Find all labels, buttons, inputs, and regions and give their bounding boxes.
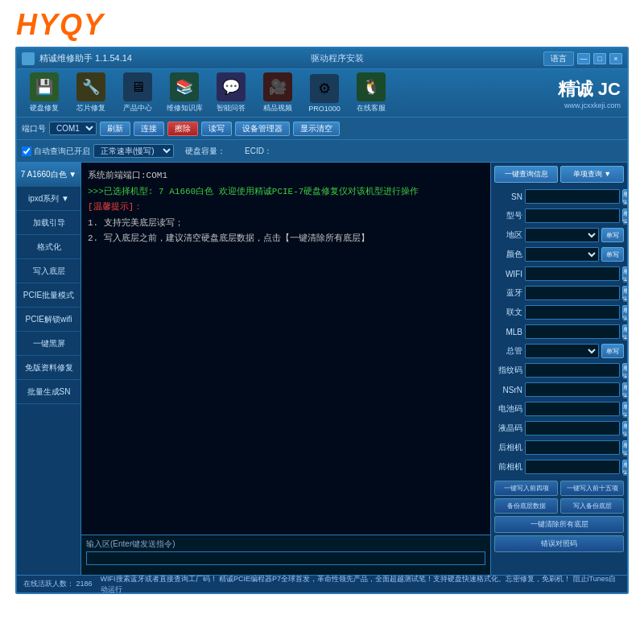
clear-all-layers-btn[interactable]: 一键清除所有底层 [494,516,624,533]
sidebar-item-ipxd[interactable]: ipxd系列 ▼ [17,187,80,211]
bottom-row-4: 错误对照码 [494,535,624,552]
lcd-input[interactable] [525,421,620,436]
front-camera-write-btn[interactable]: 单写 [622,460,627,474]
wifi-input[interactable] [525,266,620,281]
rear-camera-write-btn[interactable]: 单写 [622,440,627,455]
nsrn-write-btn[interactable]: 单写 [622,382,627,397]
lang-button[interactable]: 语言 [543,52,574,66]
rear-camera-row: 后相机 单写 [494,439,624,456]
model-write-btn[interactable]: 单写 [622,208,627,223]
tool-chip-repair[interactable]: 🔧 芯片修复 [70,72,112,114]
device-manager-button[interactable]: 设备管理器 [235,122,290,136]
write-backup-btn[interactable]: 写入备份底层 [560,498,624,514]
console-input-label: 输入区(Enter键发送指令) [86,539,485,550]
sn-input[interactable] [525,189,620,204]
region-select[interactable] [525,228,599,242]
service-icon: 🐧 [357,72,386,101]
tool-video-label: 精品视频 [263,103,292,114]
nsrn-input[interactable] [525,382,620,397]
sidebar-item-gen-sn[interactable]: 批量生成SN [17,380,80,404]
mlb-write-btn[interactable]: 单写 [622,324,627,339]
tool-pro[interactable]: ⚙ PRO1000 [303,74,345,113]
bottom-row-2: 备份底层数据 写入备份底层 [494,498,624,514]
close-button[interactable]: × [609,53,622,64]
error-compare-btn[interactable]: 错误对照码 [494,535,624,552]
sidebar-item-load-boot[interactable]: 加载引导 [17,211,80,235]
sidebar-item-repair[interactable]: 免版资料修复 [17,356,80,380]
tool-product[interactable]: 🖥 产品中心 [117,72,159,114]
color-write-btn[interactable]: 单写 [601,247,624,262]
disk-repair-icon: 💾 [30,72,59,101]
refresh-button[interactable]: 刷新 [100,122,130,136]
region-write-btn[interactable]: 单写 [601,228,624,242]
single-query-button[interactable]: 单项查询 ▼ [560,166,624,183]
tool-ai[interactable]: 💬 智能问答 [210,72,252,114]
display-clear-button[interactable]: 显示清空 [293,122,340,136]
sidebar-item-write-layer[interactable]: 写入底层 [17,259,80,283]
bluetooth-write-btn[interactable]: 单写 [622,286,627,300]
write-first-fifteen-btn[interactable]: 一键写入前十五项 [560,481,624,496]
app-title: 精诚维修助手 1.1.54.14 [39,52,132,64]
backup-layer-btn[interactable]: 备份底层数据 [494,498,558,514]
sidebar-item-blackscreen[interactable]: 一键黑屏 [17,332,80,356]
speed-select[interactable]: 正常速率(慢写) [93,144,174,158]
auto-query-checkbox[interactable] [22,147,31,156]
console-input[interactable] [86,551,485,565]
console-line-5: 2. 写入底层之前，建议清空硬盘底层数据，点击【一键清除所有底层】 [88,232,484,246]
maximize-button[interactable]: □ [593,53,606,64]
console-line-1: 系统前端端口:COM1 [88,169,484,184]
model-input[interactable] [525,208,620,223]
tool-knowledge[interactable]: 📚 维修知识库 [163,72,205,114]
rear-camera-input[interactable] [525,440,620,455]
bluetooth-input[interactable] [525,286,620,300]
minimize-button[interactable]: — [577,53,590,64]
rear-camera-label: 后相机 [494,442,522,453]
sn-label: SN [494,192,522,201]
tool-service[interactable]: 🐧 在线客服 [350,72,392,114]
auto-query-checkbox-label[interactable]: 自动查询已开启 [22,146,90,157]
hyqy-logo: HYQY [16,8,628,42]
lianwen-input[interactable] [525,305,620,320]
tool-knowledge-label: 维修知识库 [167,103,203,114]
port-select[interactable]: COM1 [49,122,97,135]
lcd-write-btn[interactable]: 单写 [622,421,627,436]
wifi-write-btn[interactable]: 单写 [622,266,627,281]
fingerprint-write-btn[interactable]: 单写 [622,363,627,378]
sidebar-item-pcie-batch[interactable]: PCIE批量模式 [17,283,80,308]
brand-logo: 精诚 JC www.jcxxkeji.com [558,77,621,109]
color-select[interactable] [525,247,599,262]
nsrn-label: NSrN [494,386,522,394]
battery-input[interactable] [525,402,620,416]
tool-disk-repair[interactable]: 💾 硬盘修复 [23,72,65,114]
sidebar-item-pcie-wifi[interactable]: PCIE解锁wifi [17,308,80,332]
sidebar-item-a1660[interactable]: 7 A1660白色 ▼ [17,163,80,187]
sn-write-btn[interactable]: 单写 [622,189,627,204]
battery-label: 电池码 [494,403,522,415]
sidebar-item-format[interactable]: 格式化 [17,235,80,259]
bluetooth-label: 蓝牙 [494,287,522,299]
wifi-row: WIFI 单写 [494,265,624,283]
lianwen-write-btn[interactable]: 单写 [622,305,627,320]
tool-ai-label: 智能问答 [217,103,246,114]
fingerprint-input[interactable] [525,363,620,378]
zonguan-write-btn[interactable]: 单写 [601,344,624,358]
nsrn-row: NSrN 单写 [494,381,624,398]
mlb-input[interactable] [525,324,620,339]
sidebar-load-boot-label: 加载引导 [33,217,65,229]
zonguan-select[interactable] [525,344,599,358]
tool-video[interactable]: 🎥 精品视频 [257,72,299,114]
connect-button[interactable]: 连接 [134,122,164,136]
bluetooth-row: 蓝牙 单写 [494,284,624,302]
battery-write-btn[interactable]: 单写 [622,402,627,416]
front-camera-input[interactable] [525,460,620,474]
write-first-four-btn[interactable]: 一键写入前四项 [494,481,558,496]
one-key-query-button[interactable]: 一键查询信息 [494,166,558,183]
lcd-label: 液晶码 [494,423,522,434]
page-wrapper: HYQY 精诚维修助手 1.1.54.14 驱动程序安装 语言 — □ × 💾 … [0,0,644,644]
video-icon: 🎥 [263,72,292,101]
read-write-button[interactable]: 读写 [201,122,232,136]
sidebar-pcie-wifi-label: PCIE解锁wifi [26,314,72,325]
erase-button[interactable]: 擦除 [167,122,198,136]
tool-product-label: 产品中心 [123,103,152,114]
auto-query-label: 自动查询已开启 [34,146,90,157]
